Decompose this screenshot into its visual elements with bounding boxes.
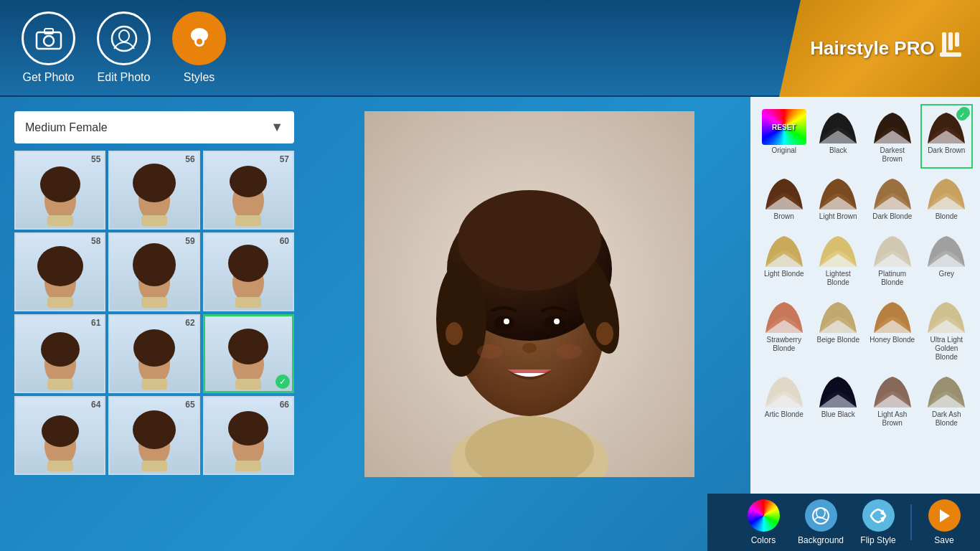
style-grid: 55 56 (14, 151, 294, 475)
svg-rect-17 (141, 215, 167, 226)
toolbar-save[interactable]: Save (915, 494, 973, 551)
swatch-strawberry-blonde (762, 298, 806, 334)
dropdown-value: Medium Female (25, 121, 108, 134)
style-item-58[interactable]: 58 (14, 232, 105, 311)
color-honey-blonde[interactable]: Honey Blonde (866, 293, 919, 367)
comb-icon (938, 31, 963, 67)
svg-point-7 (197, 39, 202, 44)
background-icon (805, 499, 837, 532)
swatch-light-brown (816, 175, 860, 211)
color-label-black: Black (829, 146, 847, 155)
header: Get Photo Edit Photo Styles (0, 0, 980, 97)
style-dropdown[interactable]: Medium Female ▼ (14, 111, 294, 143)
swatch-light-blonde (762, 232, 806, 268)
color-dark-blonde[interactable]: Dark Blonde (866, 170, 919, 226)
color-ultra-light-golden-blonde[interactable]: Ultra Light Golden Blonde (920, 293, 974, 367)
swatch-beige-blonde (816, 298, 860, 334)
swatch-brown (762, 175, 806, 211)
swatch-darkest-brown (870, 109, 915, 145)
swatch-honey-blonde (870, 298, 915, 334)
nav-styles[interactable]: Styles (172, 11, 226, 84)
nav-items: Get Photo Edit Photo Styles (22, 11, 226, 84)
svg-point-46 (228, 411, 268, 446)
svg-rect-23 (47, 297, 73, 308)
color-label-light-ash-brown: Light Ash Brown (870, 410, 915, 428)
color-artic-blonde[interactable]: Artic Blonde (758, 368, 811, 433)
svg-point-19 (230, 166, 267, 197)
color-dark-brown[interactable]: ✓ Dark Brown (920, 104, 974, 169)
svg-rect-41 (47, 461, 73, 471)
svg-rect-26 (141, 297, 167, 308)
style-item-61[interactable]: 61 (14, 314, 105, 393)
svg-rect-9 (948, 32, 953, 50)
color-light-blonde[interactable]: Light Blonde (758, 227, 811, 292)
color-beige-blonde[interactable]: Beige Blonde (812, 293, 865, 367)
svg-point-4 (119, 30, 129, 42)
style-item-60[interactable]: 60 (203, 232, 294, 311)
swatch-dark-ash-blonde (924, 373, 969, 409)
color-platinum-blonde[interactable]: Platinum Blonde (866, 227, 919, 292)
get-photo-label: Get Photo (22, 71, 74, 84)
toolbar-colors[interactable]: Colors (735, 494, 792, 551)
color-blonde[interactable]: Blonde (920, 170, 974, 226)
color-original[interactable]: RESET Original (758, 104, 811, 169)
style-item-59[interactable]: 59 (108, 232, 199, 311)
svg-point-13 (40, 166, 80, 202)
style-item-62[interactable]: 62 (108, 314, 199, 393)
toolbar-colors-label: Colors (751, 535, 776, 545)
style-item-66[interactable]: 66 (203, 396, 294, 475)
color-darkest-brown[interactable]: Darkest Brown (866, 104, 919, 169)
styles-icon (172, 11, 226, 65)
swatch-lightest-blonde (816, 232, 860, 268)
color-brown[interactable]: Brown (758, 170, 811, 226)
bottom-toolbar: Colors Background Flip Styl (707, 494, 980, 551)
color-lightest-blonde[interactable]: Lightest Blonde (812, 227, 865, 292)
color-label-blue-black: Blue Black (821, 410, 855, 419)
color-strawberry-blonde[interactable]: Strawberry Blonde (758, 293, 811, 367)
style-item-65[interactable]: 65 (108, 396, 199, 475)
swatch-platinum-blonde (870, 232, 915, 268)
color-light-brown[interactable]: Light Brown (812, 170, 865, 226)
toolbar-flip-style-label: Flip Style (860, 535, 895, 545)
colors-icon (748, 499, 780, 532)
toolbar-flip-style[interactable]: Flip Style (849, 494, 907, 551)
logo-area: Hairstyle PRO (779, 0, 980, 97)
color-label-dark-ash-blonde: Dark Ash Blonde (924, 410, 970, 428)
style-item-56[interactable]: 56 (108, 151, 199, 230)
selected-checkmark: ✓ (275, 375, 290, 389)
color-blue-black[interactable]: Blue Black (812, 368, 865, 433)
style-item-63[interactable]: ✓ (203, 314, 294, 393)
svg-point-1 (44, 36, 54, 46)
get-photo-icon (22, 11, 75, 65)
color-label-ultra-light-golden-blonde: Ultra Light Golden Blonde (924, 336, 970, 362)
toolbar-background-label: Background (798, 535, 844, 545)
style-item-64[interactable]: 64 (14, 396, 105, 475)
color-label-light-blonde: Light Blonde (764, 270, 804, 278)
color-grey[interactable]: Grey (920, 227, 974, 292)
styles-label: Styles (184, 71, 215, 84)
style-item-55[interactable]: 55 (14, 151, 105, 230)
color-label-grey: Grey (938, 270, 954, 278)
color-label-honey-blonde: Honey Blonde (870, 336, 915, 344)
svg-point-40 (42, 415, 79, 447)
svg-point-16 (133, 164, 176, 202)
color-label-lightest-blonde: Lightest Blonde (816, 270, 862, 287)
color-label-dark-blonde: Dark Blonde (872, 212, 912, 221)
nav-edit-photo[interactable]: Edit Photo (97, 11, 151, 84)
left-panel: Medium Female ▼ 55 56 (0, 97, 308, 551)
color-dark-ash-blonde[interactable]: Dark Ash Blonde (920, 368, 974, 433)
svg-point-62 (446, 322, 463, 345)
color-black[interactable]: Black (812, 104, 865, 169)
svg-rect-14 (47, 215, 73, 226)
style-item-57[interactable]: 57 (203, 151, 294, 230)
svg-point-66 (813, 508, 829, 524)
svg-point-65 (556, 344, 582, 359)
svg-rect-8 (942, 32, 946, 54)
color-grid: RESET Original Black Darkest Brown (758, 104, 973, 433)
svg-point-43 (133, 410, 176, 449)
toolbar-background[interactable]: Background (792, 494, 849, 551)
nav-get-photo[interactable]: Get Photo (22, 11, 75, 84)
color-label-blonde: Blonde (936, 212, 958, 221)
color-light-ash-brown[interactable]: Light Ash Brown (866, 368, 919, 433)
right-panel: RESET Original Black Darkest Brown (750, 97, 980, 551)
